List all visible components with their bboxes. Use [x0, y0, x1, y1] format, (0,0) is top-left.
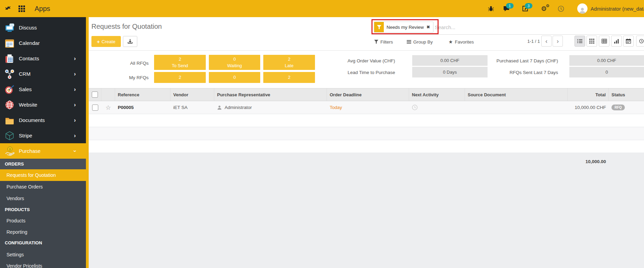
sidebar-item-label: Sales	[19, 86, 32, 92]
row-checkbox[interactable]	[92, 105, 98, 111]
view-list-button[interactable]	[574, 36, 585, 47]
search-facet[interactable]: Needs my Review ✖	[374, 22, 433, 33]
my-stat-to-send-button[interactable]: 2	[154, 72, 206, 83]
activities-icon[interactable]: 3	[522, 5, 529, 12]
pager-next-button[interactable]: ›	[553, 36, 563, 47]
messages-icon[interactable]: 1	[503, 5, 510, 12]
sidebar-item-label: Purchase	[19, 148, 40, 154]
column-header-source-document[interactable]: Source Document	[465, 88, 568, 101]
view-pivot-button[interactable]	[599, 36, 609, 47]
avg-order-value-label: Avg Order Value (CHF)	[327, 58, 395, 63]
facet-remove-icon[interactable]: ✖	[427, 22, 433, 32]
sidebar-item-contacts[interactable]: Contacts ›	[0, 51, 86, 66]
row-source-document	[465, 101, 568, 114]
row-reference: P00005	[118, 105, 134, 110]
my-stat-late-button[interactable]: 2	[263, 72, 315, 83]
lead-time-value: 0 Days	[412, 67, 488, 77]
user-menu[interactable]: Administrator (new_databa	[591, 6, 644, 12]
sidebar-item-reporting[interactable]: Reporting	[0, 226, 86, 238]
avatar[interactable]	[577, 3, 588, 14]
my-rfqs-label: My RFQs	[103, 75, 149, 80]
sidebar-item-stripe[interactable]: Stripe ›	[0, 128, 86, 143]
sidebar-item-calendar[interactable]: Calendar	[0, 35, 86, 51]
stat-waiting-button[interactable]: 0Waiting	[209, 55, 260, 70]
sidebar-item-vendor-pricelists[interactable]: Vendor Pricelists	[0, 260, 86, 268]
sidebar-item-vendors[interactable]: Vendors	[0, 193, 86, 204]
column-header-vendor[interactable]: Vendor	[171, 88, 214, 101]
favorites-button[interactable]: ★ Favorites	[449, 38, 474, 45]
row-representative: Administrator	[225, 105, 252, 110]
sidebar-item-label: Documents	[19, 117, 45, 123]
chevron-right-icon: ›	[74, 71, 76, 77]
website-app-icon	[4, 99, 15, 110]
contacts-app-icon	[4, 53, 15, 64]
pager-previous-button[interactable]: ‹	[541, 36, 552, 47]
filters-button[interactable]: Filters	[374, 38, 393, 45]
sidebar-item-crm[interactable]: CRM ›	[0, 66, 86, 82]
my-stat-waiting-button[interactable]: 0	[209, 72, 260, 83]
topbar: Apps 1 3 ⚙⚙ Administra	[0, 0, 644, 17]
sidebar-item-label: Calendar	[19, 40, 40, 46]
column-header-purchase-representative[interactable]: Purchase Representative	[214, 88, 327, 101]
sidebar-item-products[interactable]: Products	[0, 215, 86, 227]
select-all-checkbox[interactable]	[92, 92, 98, 98]
empty-row	[89, 114, 644, 127]
app-title: Apps	[35, 5, 50, 13]
person-icon	[217, 105, 222, 110]
column-header-total[interactable]: Total	[568, 88, 609, 101]
activities-badge: 3	[525, 3, 532, 9]
plus-icon: +	[97, 39, 100, 45]
view-kanban-button[interactable]	[586, 36, 597, 47]
apps-grid-icon[interactable]	[18, 5, 25, 12]
sidebar-item-requests-for-quotation[interactable]: Requests for Quotation	[0, 169, 86, 181]
table-row[interactable]: ☆ P00005 iET SA Administrator Today 10,0…	[89, 101, 644, 114]
discuss-app-icon	[4, 22, 15, 33]
group-by-button[interactable]: Group By	[407, 38, 433, 45]
column-header-order-deadline[interactable]: Order Deadline	[327, 88, 409, 101]
bug-icon[interactable]	[488, 5, 494, 12]
table-footer-row: 10,000.00	[89, 155, 644, 168]
column-header-next-activity[interactable]: Next Activity	[409, 88, 465, 101]
search-input[interactable]	[434, 22, 531, 32]
export-button[interactable]	[123, 36, 137, 47]
chevron-right-icon: ›	[74, 102, 76, 108]
sidebar-item-website[interactable]: Website ›	[0, 97, 86, 112]
sidebar-scrollbar[interactable]	[86, 17, 89, 268]
sales-app-icon	[4, 84, 15, 95]
chevron-right-icon: ›	[74, 56, 76, 61]
lead-time-label: Lead Time to Purchase	[327, 70, 395, 75]
stat-late-button[interactable]: 2Late	[263, 55, 315, 70]
graph-view-icon	[614, 39, 619, 44]
table-footer-area	[89, 153, 644, 268]
funnel-icon	[374, 40, 378, 44]
chevron-right-icon: ›	[74, 133, 76, 138]
next-activity-clock-icon[interactable]	[412, 105, 418, 110]
table-header-row: Reference Vendor Purchase Representative…	[89, 88, 644, 101]
view-calendar-button[interactable]	[623, 36, 634, 47]
compress-icon[interactable]	[5, 5, 11, 12]
column-header-status[interactable]: Status	[609, 88, 644, 101]
purchased-last-7-days-label: Purchased Last 7 Days (CHF)	[490, 58, 558, 63]
sidebar-item-sales[interactable]: Sales ›	[0, 82, 86, 97]
column-header-reference[interactable]: Reference	[115, 88, 171, 101]
messages-badge: 1	[506, 3, 514, 9]
stat-to-send-button[interactable]: 2To Send	[154, 55, 206, 70]
sidebar-item-purchase[interactable]: $ Purchase ›	[0, 143, 86, 159]
view-graph-button[interactable]	[611, 36, 622, 47]
crm-app-icon	[4, 69, 15, 80]
view-activity-button[interactable]	[636, 36, 644, 47]
gear-icon[interactable]: ⚙⚙	[541, 5, 547, 13]
favorite-star-icon[interactable]: ☆	[105, 105, 111, 111]
sidebar-item-purchase-orders[interactable]: Purchase Orders	[0, 181, 86, 193]
clock-icon[interactable]	[558, 5, 564, 12]
create-button[interactable]: +Create	[91, 36, 121, 47]
sidebar-item-settings[interactable]: Settings	[0, 249, 86, 260]
rfqs-sent-last-7-days-label: RFQs Sent Last 7 Days	[490, 70, 558, 75]
pager-value: 1-1 / 1	[507, 39, 540, 44]
star-icon: ★	[449, 39, 453, 44]
pivot-view-icon	[602, 39, 607, 44]
sidebar-item-documents[interactable]: Documents ›	[0, 112, 86, 128]
sidebar-item-discuss[interactable]: Discuss	[0, 20, 86, 35]
chevron-right-icon: ›	[74, 87, 76, 92]
purchase-app-icon: $	[4, 146, 15, 157]
